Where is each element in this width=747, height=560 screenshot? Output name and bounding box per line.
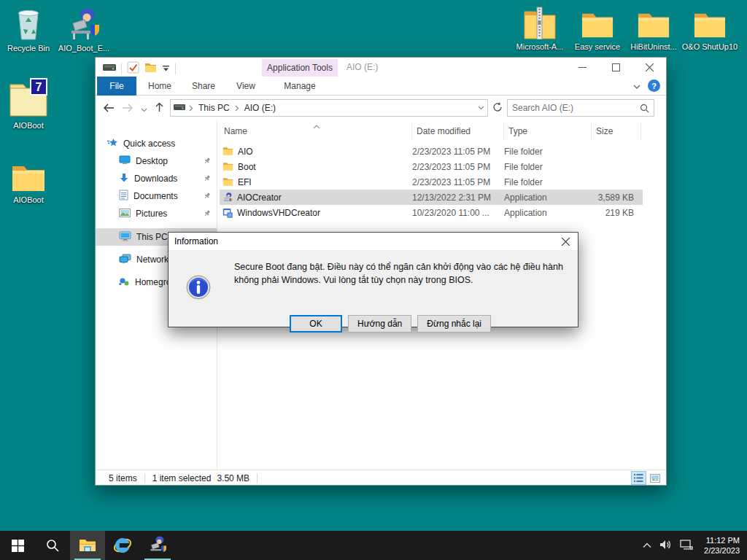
- ok-button[interactable]: OK: [290, 315, 342, 332]
- contextual-tab-application-tools[interactable]: Application Tools: [262, 59, 338, 77]
- file-row-aiocreator[interactable]: AIOCreator 12/13/2022 2:31 PM Applicatio…: [220, 190, 643, 205]
- file-row-efi[interactable]: EFI 2/23/2023 11:05 PM File folder: [220, 174, 643, 190]
- search-box[interactable]: [507, 99, 654, 117]
- sidebar-item-label: Network: [136, 254, 169, 265]
- desktop-icon-easy-service[interactable]: Easy service: [566, 4, 629, 52]
- ribbon-expand-icon[interactable]: [633, 81, 640, 91]
- desktop-icon-label: HiBitUninst...: [622, 42, 685, 52]
- network-tray-icon[interactable]: [680, 540, 693, 552]
- vhdcreator-app-icon: [222, 208, 233, 218]
- desktop-icon-aioboot-folder[interactable]: AIOBoot: [0, 158, 60, 205]
- file-row-boot[interactable]: Boot 2/23/2023 11:05 PM File folder: [220, 159, 643, 174]
- column-header-type[interactable]: Type: [504, 122, 592, 141]
- breadcrumb[interactable]: This PC AIO (E:): [170, 99, 488, 117]
- new-folder-icon[interactable]: [144, 63, 157, 75]
- back-icon[interactable]: [103, 102, 115, 114]
- file-type: File folder: [504, 162, 592, 172]
- aio-boot-app-icon: [53, 6, 115, 41]
- aiocreator-app-icon: [222, 192, 233, 203]
- file-row-windowsvhdcreator[interactable]: WindowsVHDCreator 10/23/2020 11:00 ... A…: [220, 205, 643, 220]
- search-input[interactable]: [512, 103, 640, 113]
- refresh-icon[interactable]: [492, 102, 503, 114]
- window-title: AIO (E:): [347, 62, 378, 72]
- chevron-right-icon: [189, 105, 193, 112]
- tray-expand-icon[interactable]: [643, 540, 651, 551]
- recent-locations-icon[interactable]: [141, 102, 147, 114]
- desktop-icon-label: Easy service: [566, 42, 629, 52]
- taskbar-internet-explorer-button[interactable]: [105, 531, 140, 560]
- tab-home[interactable]: Home: [138, 77, 182, 96]
- desktop-icon-label: AIOBoot: [0, 121, 60, 131]
- file-date: 2/23/2023 11:05 PM: [412, 162, 504, 172]
- sidebar-item-label: This PC: [136, 232, 168, 242]
- volume-icon[interactable]: [659, 540, 672, 552]
- dialog-close-icon[interactable]: [553, 233, 578, 250]
- huong-dan-button[interactable]: Hướng dẫn: [348, 315, 411, 332]
- start-button[interactable]: [0, 531, 35, 560]
- help-button[interactable]: ?: [648, 79, 660, 92]
- address-bar: This PC AIO (E:): [96, 96, 666, 120]
- file-explorer-icon: [79, 538, 96, 553]
- sidebar-item-desktop[interactable]: Desktop: [96, 152, 217, 170]
- properties-icon[interactable]: [127, 61, 139, 76]
- file-row-aio[interactable]: AIO 2/23/2023 11:05 PM File folder: [220, 144, 643, 159]
- column-header-name[interactable]: Name: [220, 122, 412, 141]
- recycle-bin-icon: [0, 6, 60, 41]
- desktop-icon-recycle-bin[interactable]: Recycle Bin: [0, 6, 60, 53]
- desktop: Recycle Bin AIO_Boot_E... 7: [0, 0, 747, 560]
- forward-icon[interactable]: [122, 102, 133, 114]
- svg-text:7: 7: [36, 81, 42, 93]
- breadcrumb-aio-drive[interactable]: AIO (E:): [243, 103, 277, 113]
- address-dropdown-icon[interactable]: [478, 106, 484, 110]
- dung-nhac-lai-button[interactable]: Đừng nhắc lại: [417, 315, 491, 332]
- taskbar-file-explorer-button[interactable]: [70, 531, 105, 560]
- tab-file[interactable]: File: [97, 77, 136, 96]
- desktop-icon-oo-shutup10[interactable]: O&O ShutUp10: [678, 4, 741, 52]
- qat-customize-icon[interactable]: [162, 63, 170, 74]
- details-view-button[interactable]: [632, 472, 646, 484]
- maximize-button[interactable]: [599, 58, 632, 77]
- aio-boot-app-icon: [148, 536, 167, 555]
- file-type: Application: [504, 208, 592, 218]
- column-header-date-modified[interactable]: Date modified: [412, 122, 504, 141]
- status-selected-size: 3.50 MB: [217, 473, 249, 483]
- downloads-icon: [119, 173, 129, 185]
- search-icon[interactable]: [640, 104, 649, 113]
- folder-icon: [622, 4, 685, 39]
- minimize-button[interactable]: [565, 58, 599, 77]
- up-icon[interactable]: [155, 102, 164, 114]
- tab-view[interactable]: View: [225, 77, 266, 96]
- desktop-icon-aio-boot-extractor[interactable]: AIO_Boot_E...: [53, 6, 115, 53]
- close-button[interactable]: [632, 58, 666, 77]
- drive-icon: [174, 103, 185, 113]
- desktop-icon-aioboot-7z[interactable]: 7 AIOBoot: [0, 76, 60, 131]
- taskbar-clock[interactable]: 11:12 PM 2/23/2023: [704, 535, 740, 556]
- sidebar-item-label: Documents: [133, 191, 178, 201]
- sidebar-item-pictures[interactable]: Pictures: [96, 205, 217, 222]
- breadcrumb-this-pc[interactable]: This PC: [197, 103, 231, 113]
- dialog-title: Information: [174, 236, 218, 246]
- tab-manage[interactable]: Manage: [276, 77, 323, 96]
- column-header-size[interactable]: Size: [592, 122, 641, 141]
- folder-icon: [0, 158, 60, 192]
- desktop-icon: [119, 155, 131, 167]
- sidebar-item-documents[interactable]: Documents: [96, 187, 217, 205]
- sidebar-item-quick-access[interactable]: Quick access: [96, 135, 217, 152]
- pin-icon: [204, 192, 211, 202]
- file-type: File folder: [504, 177, 592, 187]
- desktop-icon-hibit-uninstaller[interactable]: HiBitUninst...: [622, 4, 685, 52]
- desktop-icon-microsoft-activation[interactable]: Microsoft-A...: [508, 4, 571, 52]
- folder-icon: [222, 147, 233, 156]
- sidebar-item-label: Quick access: [123, 139, 175, 149]
- file-date: 2/23/2023 11:05 PM: [412, 177, 504, 187]
- file-name: EFI: [238, 177, 252, 187]
- documents-icon: [119, 190, 128, 203]
- file-type: Application: [504, 192, 592, 203]
- thumbnail-view-button[interactable]: [648, 472, 662, 484]
- tab-share[interactable]: Share: [182, 77, 225, 96]
- desktop-icon-label: AIOBoot: [0, 195, 60, 205]
- taskbar-search-button[interactable]: [35, 531, 70, 560]
- this-pc-icon: [119, 231, 131, 244]
- taskbar-aio-boot-button[interactable]: [140, 531, 175, 560]
- sidebar-item-downloads[interactable]: Downloads: [96, 170, 217, 187]
